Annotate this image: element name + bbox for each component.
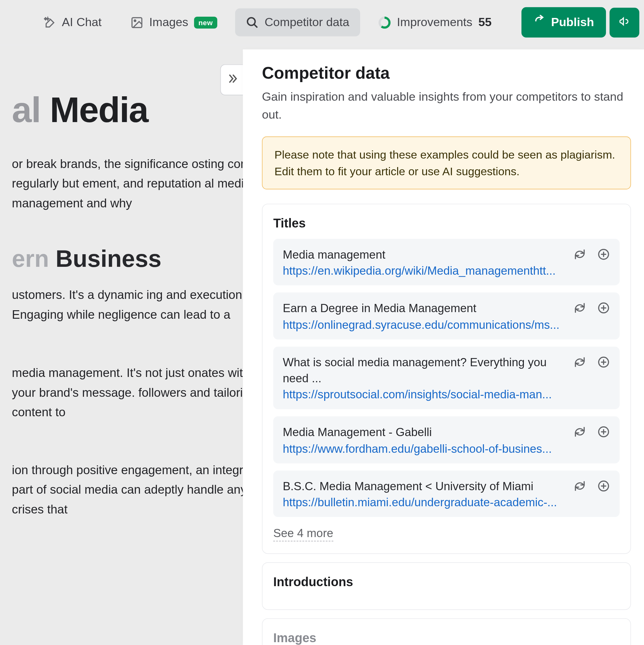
competitor-url[interactable]: https://bulletin.miami.edu/undergraduate… [283,495,563,509]
competitor-url[interactable]: https://www.fordham.edu/gabelli-school-o… [283,442,563,456]
tab-competitor-data[interactable]: Competitor data [235,8,360,36]
svg-point-1 [134,19,135,21]
competitor-title: B.S.C. Media Management < University of … [283,478,565,494]
refresh-icon[interactable] [573,356,587,369]
image-icon [130,16,143,29]
section-title: Titles [273,216,620,230]
refresh-icon[interactable] [573,479,587,492]
competitor-title: Media management [283,247,565,263]
new-badge: new [194,16,217,28]
refresh-icon[interactable] [573,248,587,261]
competitor-url[interactable]: https://onlinegrad.syracuse.edu/communic… [283,318,563,332]
add-circle-icon[interactable] [597,302,610,315]
svg-point-2 [247,17,255,25]
introductions-section[interactable]: Introductions [262,562,631,610]
competitor-title-item[interactable]: Media management https://en.wikipedia.or… [273,239,620,285]
section-title: Images [273,631,620,645]
tab-label: Improvements [397,15,472,29]
competitor-title-item[interactable]: Earn a Degree in Media Management https:… [273,292,620,339]
add-circle-icon[interactable] [597,479,610,492]
search-icon [246,16,259,29]
collapse-panel-handle[interactable] [220,64,244,95]
sparkle-pencil-icon [43,16,56,29]
panel-subtitle: Gain inspiration and valuable insights f… [262,87,631,123]
publish-label: Publish [551,15,594,29]
competitor-title-item[interactable]: What is social media management? Everyth… [273,347,620,409]
plagiarism-notice: Please note that using these examples co… [262,136,631,189]
refresh-icon[interactable] [573,425,587,439]
section-title: Introductions [273,575,620,589]
tab-label: Images [149,15,188,29]
progress-donut-icon [378,16,391,29]
competitor-url[interactable]: https://en.wikipedia.org/wiki/Media_mana… [283,264,563,278]
megaphone-icon [619,15,630,29]
tab-label: Competitor data [265,15,349,29]
tab-improvements[interactable]: Improvements 55 [367,8,503,36]
publish-button[interactable]: Publish [521,7,606,38]
competitor-title: Earn a Degree in Media Management [283,300,565,317]
titles-section: Titles Media management https://en.wikip… [262,204,631,554]
panel-title: Competitor data [262,64,631,83]
images-section[interactable]: Images [262,618,631,645]
add-circle-icon[interactable] [597,356,610,369]
tab-images[interactable]: Images new [119,8,228,36]
add-circle-icon[interactable] [597,248,610,261]
share-arrow-icon [533,15,545,30]
tab-label: AI Chat [62,15,101,29]
competitor-title: What is social media management? Everyth… [283,354,565,387]
tab-ai-chat[interactable]: AI Chat [32,8,112,36]
competitor-title-item[interactable]: Media Management - Gabelli https://www.f… [273,417,620,463]
competitor-data-panel: Competitor data Gain inspiration and val… [243,49,644,645]
see-more-link[interactable]: See 4 more [273,526,333,541]
add-circle-icon[interactable] [597,425,610,439]
competitor-title-item[interactable]: B.S.C. Media Management < University of … [273,470,620,517]
top-toolbar: AI Chat Images new Competitor data [0,0,644,45]
competitor-title: Media Management - Gabelli [283,424,565,440]
refresh-icon[interactable] [573,302,587,315]
announce-button[interactable] [609,8,639,37]
competitor-url[interactable]: https://sproutsocial.com/insights/social… [283,388,563,402]
chevron-double-right-icon [227,73,238,87]
improvements-count: 55 [478,15,492,29]
